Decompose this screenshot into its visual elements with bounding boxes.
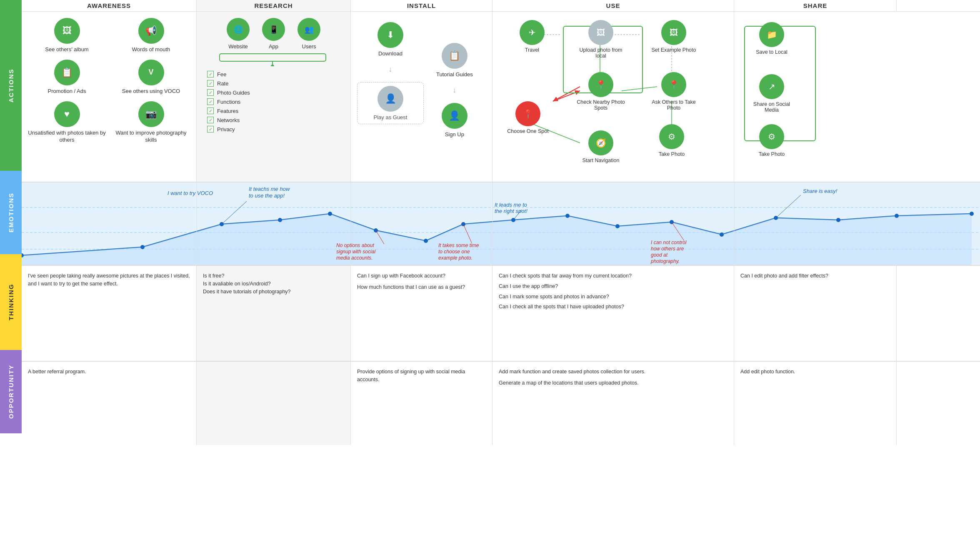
- take-photo-share-icon: ⚙: [759, 124, 784, 149]
- signup-label: Sign Up: [445, 131, 464, 138]
- opp-use: Add mark function and create saved photo…: [492, 362, 734, 445]
- emotions-row: I want to try VOCO It teachs me how to u…: [22, 182, 980, 266]
- check-photoguides: ✓: [207, 89, 214, 96]
- use-upload: 🖼 Upload photo from local: [576, 20, 626, 59]
- ask-others-label: Ask Others to Take Photo: [649, 99, 699, 111]
- svg-text:signup with social: signup with social: [336, 249, 375, 255]
- research-website: 🌐 Website: [227, 18, 250, 50]
- navigation-icon: 🧭: [588, 130, 613, 155]
- app-label: App: [269, 43, 278, 50]
- svg-text:example photo.: example photo.: [438, 255, 472, 261]
- svg-text:to choose one: to choose one: [438, 249, 470, 255]
- section-awareness: 🖼 See others' album 📢 Words of mouth 📋 P…: [22, 12, 197, 182]
- svg-point-27: [565, 214, 570, 218]
- thinking-awareness: I've seen people taking really awesome p…: [22, 266, 197, 361]
- thinking-share: Can I edit photo and add filter effects?: [734, 266, 897, 361]
- check-spots-icon: 📍: [588, 72, 613, 97]
- phase-use: USE: [492, 0, 734, 11]
- unsatisfied-label: Unsatisfied with photos taken by others: [28, 130, 106, 144]
- checklist: ✓Fee ✓Rate ✓Photo Guides ✓Functions ✓Fea…: [203, 70, 344, 134]
- users-label: Users: [302, 43, 316, 50]
- opp-share: Add edit photo function.: [734, 362, 897, 445]
- set-example-label: Set Example Photo: [651, 47, 696, 53]
- thinking-use: Can I check spots that far away from my …: [492, 266, 734, 361]
- choose-spot-icon: 📍: [515, 101, 540, 126]
- app-icon: 📱: [262, 18, 285, 41]
- save-icon: 📁: [759, 22, 784, 47]
- svg-line-46: [776, 195, 801, 218]
- awareness-grid: 🖼 See others' album 📢 Words of mouth 📋 P…: [28, 18, 190, 144]
- check-spots-label: Check Nearby Photo Spots: [576, 99, 626, 111]
- set-example-icon: 🖼: [661, 20, 686, 45]
- svg-text:It takes some time: It takes some time: [438, 242, 479, 248]
- awareness-item-unsatisfied: ♥ Unsatisfied with photos taken by other…: [28, 101, 106, 144]
- checklist-functions: ✓Functions: [207, 97, 344, 106]
- svg-point-24: [424, 239, 428, 243]
- install-download: ⬇ Download: [378, 22, 403, 57]
- thinking-install: Can I sign up with Facebook account? How…: [351, 266, 492, 361]
- checklist-rate: ✓Rate: [207, 79, 344, 88]
- use-ask-others: 📍 Ask Others to Take Photo: [649, 72, 699, 111]
- tutorial-icon: 📋: [442, 43, 468, 69]
- phase-awareness: AWARENESS: [22, 0, 197, 11]
- svg-marker-17: [22, 214, 972, 265]
- awareness-item-improve: 📷 Want to improve photography skills: [112, 101, 190, 144]
- vertical-labels: ACTIONS EMOTIONS THINKING OPPORTUNITY: [0, 0, 22, 550]
- opportunity-row: A better referral program. Provide optio…: [22, 362, 980, 445]
- svg-text:good at: good at: [651, 252, 668, 258]
- install-tutorial: 📋 Tutorial Guides: [436, 43, 473, 78]
- ask-others-icon: 📍: [661, 72, 686, 97]
- play-guest-box: 👤 Play as Guest: [357, 82, 424, 124]
- svg-line-40: [222, 201, 247, 224]
- svg-point-21: [278, 218, 282, 222]
- main-container: ACTIONS EMOTIONS THINKING OPPORTUNITY AW…: [0, 0, 980, 550]
- svg-text:I can not control: I can not control: [651, 240, 687, 245]
- take-photo-use-icon: ⚙: [659, 124, 684, 149]
- svg-text:I want to try VOCO: I want to try VOCO: [168, 190, 213, 196]
- awareness-item-voco: V See others using VOCO: [112, 60, 190, 95]
- voco-label: See others using VOCO: [122, 88, 180, 95]
- emotions-svg: I want to try VOCO It teachs me how to u…: [22, 182, 980, 265]
- section-install: ⬇ Download ↓ 👤 Play as Guest 📋: [351, 12, 492, 182]
- svg-point-28: [615, 224, 620, 228]
- use-choose-spot: 📍 Choose One Spot: [507, 101, 549, 134]
- signup-icon: 👤: [442, 103, 468, 129]
- install-signup: 👤 Sign Up: [442, 103, 468, 138]
- download-icon: ⬇: [378, 22, 403, 48]
- thinking-row: I've seen people taking really awesome p…: [22, 266, 980, 362]
- website-label: Website: [228, 43, 248, 50]
- share-save: 📁 Save to Local: [749, 22, 795, 55]
- website-icon: 🌐: [227, 18, 250, 41]
- upload-label: Upload photo from local: [576, 47, 626, 59]
- checklist-privacy: ✓Privacy: [207, 125, 344, 134]
- voco-icon: V: [138, 60, 164, 85]
- research-app: 📱 App: [262, 18, 285, 50]
- svg-point-32: [836, 218, 840, 222]
- take-photo-use-label: Take Photo: [659, 151, 685, 157]
- svg-text:Share is easy!: Share is easy!: [803, 188, 838, 194]
- svg-text:to use the app!: to use the app!: [249, 192, 285, 199]
- svg-text:media accounts.: media accounts.: [336, 255, 372, 261]
- check-rate: ✓: [207, 80, 214, 87]
- awareness-item-album: 🖼 See others' album: [28, 18, 106, 53]
- svg-text:photography.: photography.: [650, 258, 680, 264]
- use-layout: ✈ Travel 🖼 Upload photo from local 🖼 Set…: [499, 18, 728, 176]
- use-check-spots: 📍 Check Nearby Photo Spots: [576, 72, 626, 111]
- section-share: 📁 Save to Local ↗ Share on Social Media …: [734, 12, 897, 182]
- svg-point-30: [720, 232, 724, 237]
- emotions-chart: I want to try VOCO It teachs me how to u…: [22, 182, 980, 265]
- check-privacy: ✓: [207, 126, 214, 132]
- checklist-photoguides: ✓Photo Guides: [207, 88, 344, 97]
- svg-point-22: [328, 212, 332, 216]
- svg-text:the right spot!: the right spot!: [495, 208, 528, 214]
- awareness-item-words: 📢 Words of mouth: [112, 18, 190, 53]
- checklist-networks: ✓Networks: [207, 115, 344, 125]
- phase-research: RESEARCH: [197, 0, 351, 11]
- words-label: Words of mouth: [132, 46, 170, 53]
- phase-share: SHARE: [734, 0, 897, 11]
- opp-research: [197, 362, 351, 445]
- svg-rect-0: [220, 54, 326, 61]
- improve-label: Want to improve photography skills: [112, 130, 190, 144]
- album-label: See others' album: [45, 46, 88, 53]
- svg-point-19: [140, 245, 145, 249]
